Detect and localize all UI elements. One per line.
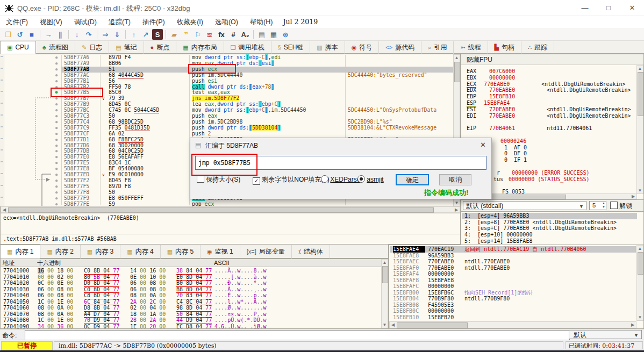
register-row[interactable]: EIP770B4061ntd11.770B4061 — [461, 125, 636, 132]
instruction-dot-icon[interactable]: ● — [53, 166, 60, 172]
register-row[interactable]: ESI770EABE0<ntdll.DbgUiRemoteBreakin> — [461, 106, 636, 113]
instruction-dot-icon[interactable]: ● — [53, 184, 60, 190]
assemble-instruction-input[interactable] — [195, 156, 486, 170]
argument-row[interactable]: 5: [esp+14] 15E8FAE8 — [462, 238, 637, 245]
font-icon[interactable]: A₂ — [240, 29, 251, 40]
run-to-cursor-icon[interactable]: ⇒ — [100, 29, 111, 40]
maximize-button[interactable]: □ — [597, 0, 620, 16]
ordinal-icon[interactable]: # — [228, 29, 239, 40]
preferences-icon[interactable]: ⊛ — [280, 29, 291, 40]
bottom-tab-内存 2[interactable]: ▦内存 2 — [40, 245, 80, 258]
stack-row[interactable]: 15E8FB0C00000000 — [390, 308, 636, 314]
calling-convention-select[interactable]: 默认 (stdcall) ▼ — [463, 201, 586, 210]
instruction-dot-icon[interactable]: ● — [53, 178, 60, 184]
instruction-dot-icon[interactable]: ● — [53, 55, 60, 61]
disasm-hscrollbar[interactable]: ◀ ▶ — [1, 206, 460, 213]
stack-row[interactable]: 15E8FAF815E8FAE8 — [390, 277, 636, 284]
radio-selected-icon[interactable] — [357, 175, 365, 183]
arguments-pane[interactable]: 1: [esp+4] 96A59BB32: [esp+8] 770EABE0 <… — [461, 212, 644, 245]
disasm-row[interactable]: ●5D8F77AC 68 4044C45Dpush im.5DC444405DC… — [1, 73, 454, 78]
cancel-button[interactable]: 取消 — [439, 174, 471, 185]
nop-fill-checkbox[interactable]: ✓ 剩余字节以NOP填充(F) — [253, 175, 330, 185]
menu-item[interactable]: 视图(V) — [34, 16, 68, 28]
checkbox-icon[interactable] — [197, 175, 204, 183]
bottom-tab-内存 5[interactable]: ▦内存 5 — [161, 245, 201, 258]
tab-跟踪[interactable]: ∴跟踪 — [521, 41, 554, 54]
argument-row[interactable]: 1: [esp+4] 96A59BB3 — [462, 213, 637, 219]
registers-vscrollbar[interactable]: ▲ ▼ — [636, 65, 643, 194]
argument-row[interactable]: 3: [esp+C] 770EABE0 <ntdll.DbgUiRemoteBr… — [462, 225, 637, 232]
instruction-dot-icon[interactable]: ● — [53, 61, 60, 67]
function-icon[interactable]: fx — [216, 29, 227, 40]
close-button[interactable]: ✕ — [620, 0, 644, 16]
restart-icon[interactable]: ↺ — [15, 29, 25, 40]
step-over-icon[interactable]: ↷ — [83, 29, 94, 40]
stack-row[interactable]: 15E8FAE896A59BB3 — [390, 253, 636, 259]
close-icon[interactable]: ✕ — [480, 141, 486, 149]
stack-row[interactable]: 15E8FB0015E8FB6C指向SEH_Record[1]的指针 — [390, 290, 636, 296]
stack-row[interactable]: 15E8FAE4770EAC19返回到 ntdll.770EAC19 自 ntd… — [390, 246, 636, 253]
memory-row[interactable]: 7704103006 00 08 00C0 8D 04 7706 00 08 0… — [1, 286, 381, 293]
instruction-dot-icon[interactable]: ● — [53, 148, 60, 154]
menu-item[interactable]: 调试(D) — [68, 16, 103, 28]
memory-row[interactable]: 770410801C 00 1E 0070 D9 04 7728 00 2A 0… — [1, 317, 381, 324]
register-row[interactable]: EBP15E8FB10 — [461, 94, 636, 100]
tab-调用堆栈[interactable]: ❏调用堆栈 — [224, 41, 271, 54]
stack-hscrollbar[interactable]: ◀ ▶ — [389, 321, 636, 328]
memory-row[interactable]: 770410200C 00 0E 00D0 8D 04 7706 00 08 0… — [1, 280, 381, 286]
memory-row[interactable]: 7704104006 00 08 00C8 8D 04 7708 00 0A 0… — [1, 292, 381, 299]
instruction-dot-icon[interactable]: ● — [53, 131, 60, 137]
dialog-title-bar[interactable]: ▤ 汇编于 5D8F77AB ✕ — [190, 138, 491, 152]
instruction-dot-icon[interactable]: ● — [53, 190, 60, 196]
instruction-dot-icon[interactable]: ● — [53, 119, 60, 125]
checkbox-checked-icon[interactable]: ✓ — [253, 177, 260, 185]
memory-row[interactable]: 7704107008 00 0A 00A4 D7 04 7718 00 1A 0… — [1, 311, 381, 318]
command-profile-select[interactable]: 默认 ▼ — [569, 330, 642, 339]
instruction-dot-icon[interactable]: ● — [53, 125, 60, 131]
instruction-dot-icon[interactable]: ● — [53, 137, 60, 143]
bottom-tab-内存 4[interactable]: ▦内存 4 — [120, 245, 160, 258]
tab-内存布局[interactable]: ▦内存布局 — [176, 41, 224, 54]
stack-row[interactable]: 15E8FB1015E8FB20 — [390, 314, 636, 321]
instruction-dot-icon[interactable]: ● — [53, 73, 60, 78]
assembler-icon[interactable]: ▤ — [256, 29, 267, 40]
register-row[interactable]: EAX007C6000 — [461, 68, 636, 75]
execute-till-return-icon[interactable]: ⇓ — [112, 29, 123, 40]
instruction-dot-icon[interactable]: ● — [53, 143, 60, 149]
tab-流程图[interactable]: ♣流程图 — [36, 41, 75, 54]
menu-item[interactable]: 插件(P) — [137, 16, 171, 28]
tab-SEH链[interactable]: §SEH链 — [271, 41, 311, 54]
register-row[interactable]: EBX00000000 — [461, 75, 636, 81]
register-row[interactable]: ECX770EABE0<ntdll.DbgUiRemoteBreakin> — [461, 81, 636, 88]
instruction-dot-icon[interactable]: ● — [53, 84, 60, 90]
command-input[interactable] — [25, 330, 570, 341]
keep-size-checkbox[interactable]: 保持大小(S) — [197, 175, 240, 184]
radio-icon[interactable] — [321, 175, 328, 183]
memory-row[interactable]: 7704100016 00 18 00C0 8B 04 7714 00 16 0… — [1, 268, 381, 274]
instruction-dot-icon[interactable]: ● — [53, 172, 60, 178]
tab-CPU[interactable]: ▣CPU — [0, 41, 36, 55]
memory-row[interactable]: 7704106008 00 0A 00D8 8B 04 7702 00 04 0… — [1, 305, 381, 311]
instruction-dot-icon[interactable]: ● — [53, 102, 60, 107]
instruction-dot-icon[interactable]: ● — [53, 196, 60, 202]
tab-源代码[interactable]: <>源代码 — [379, 41, 421, 54]
instruction-dot-icon[interactable]: ● — [53, 78, 60, 84]
tab-笔记[interactable]: ▤笔记 — [109, 41, 144, 54]
argument-row[interactable]: 2: [esp+8] 770EABE0 <ntdll.DbgUiRemoteBr… — [462, 219, 637, 226]
patch-icon[interactable]: ▰ — [169, 29, 180, 40]
bottom-tab-内存 1[interactable]: ▦内存 1 — [0, 245, 40, 260]
stack-row[interactable]: 15E8FB08F45905E3 — [390, 302, 636, 308]
step-into-icon[interactable]: ↓ — [71, 29, 82, 40]
register-row[interactable] — [461, 119, 636, 125]
memory-row[interactable]: 770410501C 00 1E 006C 84 04 772A 00 2C 0… — [1, 299, 381, 305]
strings-icon[interactable]: S — [152, 29, 163, 40]
minimize-button[interactable]: — — [573, 0, 597, 16]
stack-row[interactable]: 15E8FB04770B9F80ntdll.770B9F80 — [390, 296, 636, 302]
menu-item[interactable]: 帮助(H) — [244, 16, 278, 28]
ok-button[interactable]: 确定 — [396, 174, 429, 185]
asmjit-radio[interactable]: asmjit — [357, 175, 384, 183]
stack-row[interactable]: 15E8FAEC770EABE0ntdll.770EABE0 — [390, 258, 636, 265]
breakpoint-dot-icon[interactable]: ● — [53, 90, 60, 96]
menu-item[interactable]: 文件(F) — [0, 16, 34, 28]
bottom-tab-局部变量[interactable]: [x=]局部变量 — [240, 245, 292, 258]
